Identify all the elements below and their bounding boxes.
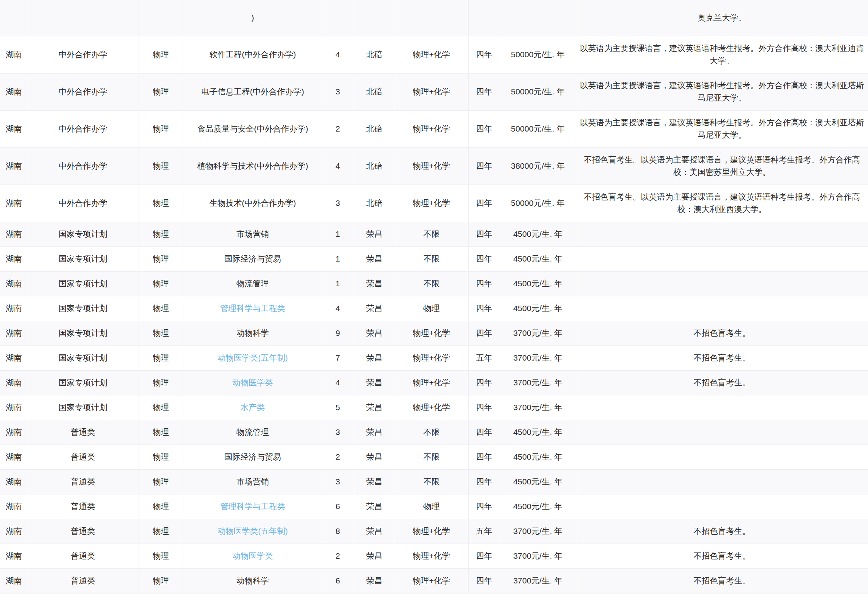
cell-fee: 3700元/生. 年 — [500, 544, 576, 568]
cell-years: 四年 — [468, 73, 500, 110]
major-link[interactable]: 水产类 — [240, 403, 265, 412]
cell-years: 四年 — [468, 544, 500, 568]
cell-count: 9 — [322, 321, 354, 345]
cell-province: 湖南 — [0, 445, 28, 469]
cell-count: 1 — [322, 246, 354, 271]
cell-fee: 50000元/生. 年 — [500, 110, 576, 147]
cell-campus: 荣昌 — [354, 222, 395, 246]
cell-major: 管理科学与工程类 — [184, 296, 322, 321]
cell-subject: 物理 — [138, 222, 184, 246]
cell-fee: 50000元/生. 年 — [500, 36, 576, 73]
cell-subject: 物理 — [138, 568, 184, 593]
cell-category: 普通类 — [28, 544, 138, 568]
cell-remark — [576, 271, 868, 296]
cell-count: 1 — [322, 222, 354, 246]
cell-category: 普通类 — [28, 445, 138, 469]
cell-fee: 3700元/生. 年 — [500, 345, 576, 370]
cell-count: 6 — [322, 568, 354, 593]
cell-category: 中外合作办学 — [28, 73, 138, 110]
cell-remark: 不招色盲考生。 — [576, 345, 868, 370]
cell-years: 五年 — [468, 345, 500, 370]
cell-count: 3 — [322, 185, 354, 222]
cell-province: 湖南 — [0, 271, 28, 296]
cell-count: 1 — [322, 271, 354, 296]
cell-major: 生物技术(中外合作办学) — [184, 185, 322, 222]
cell-category: 国家专项计划 — [28, 296, 138, 321]
cell-category: 普通类 — [28, 494, 138, 519]
cell-fee: 4500元/生. 年 — [500, 271, 576, 296]
cell-major: 食品质量与安全(中外合作办学) — [184, 110, 322, 147]
cell-count: 2 — [322, 110, 354, 147]
cell-category — [28, 0, 138, 36]
cell-years: 四年 — [468, 110, 500, 147]
cell-count: 6 — [322, 494, 354, 519]
cell-count: 3 — [322, 420, 354, 445]
cell-major: 物流管理 — [184, 420, 322, 445]
cell-major: 动物科学 — [184, 321, 322, 345]
cell-requirement: 不限 — [395, 271, 468, 296]
cell-requirement: 物理+化学 — [395, 321, 468, 345]
cell-province: 湖南 — [0, 73, 28, 110]
cell-subject: 物理 — [138, 147, 184, 185]
cell-major: 软件工程(中外合作办学) — [184, 36, 322, 73]
cell-campus: 荣昌 — [354, 519, 395, 544]
cell-major: 动物医学类(五年制) — [184, 519, 322, 544]
cell-campus: 荣昌 — [354, 445, 395, 469]
cell-campus: 荣昌 — [354, 568, 395, 593]
cell-campus: 荣昌 — [354, 370, 395, 395]
major-link[interactable]: 管理科学与工程类 — [220, 304, 285, 313]
cell-province: 湖南 — [0, 110, 28, 147]
cell-remark: 不招色盲考生。 — [576, 321, 868, 345]
major-link[interactable]: 管理科学与工程类 — [220, 502, 285, 511]
table-row: 湖南国家专项计划物理物流管理1荣昌不限四年4500元/生. 年 — [0, 271, 868, 296]
cell-requirement: 物理+化学 — [395, 568, 468, 593]
cell-category: 普通类 — [28, 519, 138, 544]
cell-province: 湖南 — [0, 185, 28, 222]
cell-province: 湖南 — [0, 395, 28, 420]
cell-subject: 物理 — [138, 469, 184, 494]
cell-category: 中外合作办学 — [28, 147, 138, 185]
cell-remark: 以英语为主要授课语言，建议英语语种考生报考。外方合作高校：澳大利亚塔斯马尼亚大学… — [576, 110, 868, 147]
cell-years: 四年 — [468, 222, 500, 246]
cell-campus: 荣昌 — [354, 296, 395, 321]
cell-subject: 物理 — [138, 296, 184, 321]
cell-years: 四年 — [468, 246, 500, 271]
cell-major: 水产类 — [184, 395, 322, 420]
cell-subject: 物理 — [138, 370, 184, 395]
major-link[interactable]: 动物医学类(五年制) — [218, 527, 288, 535]
cell-province: 湖南 — [0, 246, 28, 271]
cell-category: 国家专项计划 — [28, 321, 138, 345]
cell-count: 4 — [322, 296, 354, 321]
table-row: )奥克兰大学。 — [0, 0, 868, 36]
table-row: 湖南普通类物理动物科学6荣昌物理+化学四年3700元/生. 年不招色盲考生。 — [0, 568, 868, 593]
major-link[interactable]: 动物医学类 — [232, 551, 273, 560]
cell-province: 湖南 — [0, 519, 28, 544]
cell-subject — [138, 0, 184, 36]
cell-requirement: 物理+化学 — [395, 110, 468, 147]
cell-major: 管理科学与工程类 — [184, 494, 322, 519]
cell-campus — [354, 0, 395, 36]
cell-province: 湖南 — [0, 345, 28, 370]
cell-years: 四年 — [468, 296, 500, 321]
cell-requirement: 物理+化学 — [395, 544, 468, 568]
cell-remark — [576, 494, 868, 519]
cell-subject: 物理 — [138, 246, 184, 271]
cell-count: 3 — [322, 73, 354, 110]
table-row: 湖南国家专项计划物理管理科学与工程类4荣昌物理四年4500元/生. 年 — [0, 296, 868, 321]
cell-remark: 不招色盲考生。 — [576, 544, 868, 568]
cell-fee: 4500元/生. 年 — [500, 420, 576, 445]
cell-remark — [576, 469, 868, 494]
cell-campus: 荣昌 — [354, 246, 395, 271]
cell-province: 湖南 — [0, 147, 28, 185]
cell-count: 4 — [322, 36, 354, 73]
cell-years: 四年 — [468, 370, 500, 395]
cell-category: 国家专项计划 — [28, 370, 138, 395]
cell-subject: 物理 — [138, 110, 184, 147]
cell-remark: 以英语为主要授课语言，建议英语语种考生报考。外方合作高校：澳大利亚塔斯马尼亚大学… — [576, 73, 868, 110]
major-link[interactable]: 动物医学类(五年制) — [218, 353, 288, 362]
cell-category: 普通类 — [28, 568, 138, 593]
major-link[interactable]: 动物医学类 — [232, 378, 273, 387]
cell-category: 国家专项计划 — [28, 271, 138, 296]
cell-category: 普通类 — [28, 420, 138, 445]
cell-subject: 物理 — [138, 345, 184, 370]
